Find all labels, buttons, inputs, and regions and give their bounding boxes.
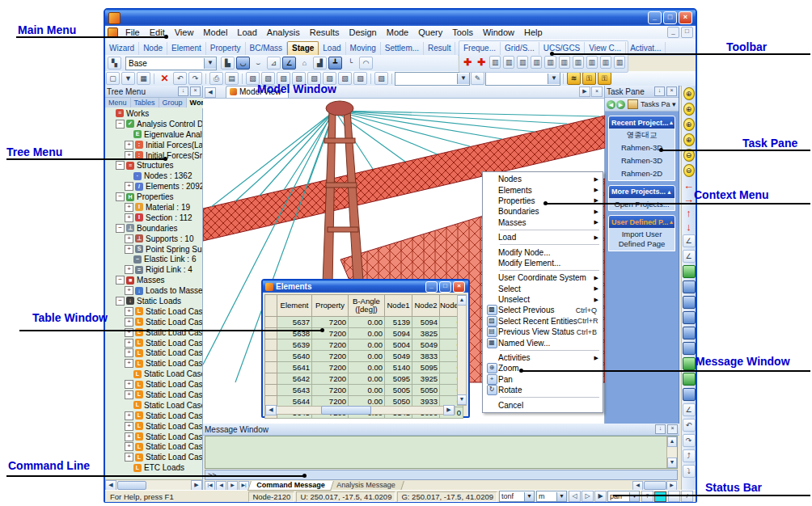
expand-box-icon[interactable]: + [125, 359, 133, 368]
first-tab-icon[interactable]: |◀ [205, 481, 215, 491]
table-cell[interactable]: 5049 [385, 351, 412, 362]
collapse-box-icon[interactable]: − [116, 120, 125, 129]
tree-item-elastic-link-6[interactable]: ~Elastic Link : 6 [105, 254, 202, 264]
context-menu-item-nodes[interactable]: Nodes▶ [484, 174, 602, 184]
close-icon[interactable]: × [666, 86, 677, 96]
chevron-down-icon[interactable]: ▼ [629, 492, 639, 501]
title-bar[interactable]: _ □ × [105, 10, 696, 26]
table-cell[interactable]: 5094 [412, 317, 440, 328]
next-tab-icon[interactable]: ▶ [227, 481, 238, 491]
scroll-right-icon[interactable]: ▶ [666, 481, 677, 491]
zoom-in-icon[interactable]: ⊕ [683, 133, 695, 146]
close-icon[interactable]: × [667, 424, 678, 434]
expand-box-icon[interactable]: + [125, 422, 133, 431]
menu-results[interactable]: Results [305, 27, 345, 38]
stage-view-icon[interactable]: ▟ [313, 57, 327, 70]
rotate-down-icon[interactable]: ⤵ [683, 465, 696, 478]
close-button[interactable]: × [453, 281, 465, 293]
scroll-right-icon[interactable]: ▶ [191, 480, 202, 491]
toolbar-tab-wizard[interactable]: Wizard [105, 42, 139, 55]
table-cell[interactable]: 5642 [277, 373, 312, 385]
scroll-left-icon[interactable]: ◀ [105, 480, 116, 491]
active-node-icon[interactable]: ✚ [462, 56, 473, 69]
collapse-box-icon[interactable]: − [116, 297, 125, 306]
toolbar-tab-settlem[interactable]: Settlem... [381, 42, 424, 55]
pan-left-icon[interactable]: ← [683, 179, 695, 191]
toolbar-tab-property[interactable]: Property [206, 42, 246, 55]
table-cell[interactable]: 5643 [277, 385, 312, 396]
child-restore-button[interactable]: □ [681, 27, 693, 38]
context-menu-item-zoom[interactable]: ⊕Zoom [484, 363, 602, 373]
left-view-icon[interactable] [683, 296, 696, 309]
zoom-fit-icon[interactable]: ⊕ [683, 118, 695, 131]
initial-screen-icon[interactable]: ▥ [614, 56, 625, 69]
named-selection-icon[interactable]: ✎ [471, 72, 484, 85]
context-menu-item-previous-view-status[interactable]: ▤Previous View StatusCtrl+B [484, 327, 602, 337]
expand-box-icon[interactable]: + [125, 141, 133, 150]
active-previous-icon[interactable]: ▥ [517, 56, 528, 69]
tree-item-static-load-case-6-t[interactable]: +LStatic Load Case 6 [t [105, 358, 202, 369]
right-view-icon[interactable] [683, 311, 696, 324]
table-cell[interactable]: 5640 [277, 351, 312, 362]
stage-compose-icon[interactable]: ⊿ [267, 57, 281, 70]
expand-box-icon[interactable]: + [125, 432, 133, 441]
tree-item-static-load-case-8[interactable]: +LStatic Load Case 8 [: [105, 379, 202, 390]
row-handle[interactable] [265, 373, 277, 385]
menu-view[interactable]: View [170, 27, 199, 38]
expand-box-icon[interactable]: + [125, 390, 133, 399]
collapse-box-icon[interactable]: − [116, 192, 125, 201]
context-menu-item-select[interactable]: Select▶ [484, 284, 602, 294]
home-icon[interactable] [628, 99, 638, 109]
unit-last-icon[interactable]: ▶ [594, 491, 607, 502]
undo-icon[interactable]: ↶ [173, 72, 187, 85]
message-tab-analysis-message[interactable]: Analysis Message [328, 481, 404, 491]
delete-icon[interactable]: ✕ [158, 72, 171, 85]
context-menu-item-activities[interactable]: Activities▶ [484, 352, 602, 363]
expand-box-icon[interactable]: + [125, 348, 133, 357]
menu-design[interactable]: Design [344, 27, 381, 38]
perspective-icon[interactable] [683, 342, 696, 355]
tree-item-point-spring-supports[interactable]: +SPoint Spring Supports [105, 244, 202, 255]
expand-box-icon[interactable]: + [125, 307, 133, 316]
toolbar-tab-freque[interactable]: Freque... [459, 42, 501, 55]
active-identity-icon[interactable]: ▥ [489, 56, 501, 69]
context-menu-item-boundaries[interactable]: Boundaries▶ [484, 206, 602, 217]
menu-tools[interactable]: Tools [447, 27, 478, 38]
menu-help[interactable]: Help [519, 27, 548, 38]
select-all-icon[interactable]: ▧ [338, 72, 352, 85]
table-cell[interactable]: 3825 [412, 328, 440, 339]
tab-scroll-left-icon[interactable]: ◀ [205, 87, 216, 98]
lock-model-icon[interactable]: ⚿ [582, 72, 596, 85]
boundary-group-icon[interactable]: ┻ [328, 57, 342, 70]
redo-icon[interactable]: ↷ [188, 72, 202, 85]
table-cell[interactable]: 7200 [312, 339, 349, 351]
tree-item-static-load-case-1-l[interactable]: +LStatic Load Case 1 [l [105, 306, 202, 317]
zoom-pick-icon[interactable]: ▧ [374, 72, 388, 85]
scroll-thumb[interactable] [321, 406, 371, 415]
back-icon[interactable]: ◀ [607, 100, 615, 109]
expand-box-icon[interactable]: + [125, 203, 133, 212]
task-pane-item-import-user-defined-page[interactable]: Import User Defined Page [609, 228, 675, 251]
revert-active-icon[interactable]: ▥ [559, 56, 570, 69]
table-cell[interactable]: 5140 [385, 362, 412, 373]
elements-window-titlebar[interactable]: Elements _ □ × [263, 280, 468, 293]
expand-box-icon[interactable]: + [125, 286, 133, 295]
toolbar-tab-node[interactable]: Node [139, 42, 167, 55]
rotate-up-icon[interactable]: ⤴ [683, 449, 696, 462]
scroll-thumb[interactable] [644, 481, 666, 490]
tree-item-initial-forces-large-d[interactable]: +:Initial Forces(Large D [105, 140, 202, 150]
row-handle[interactable] [265, 362, 277, 373]
tree-item-static-load-case-5-t[interactable]: +LStatic Load Case 5 [t [105, 348, 202, 358]
tree-item-static-load-case-4-t[interactable]: +LStatic Load Case 4 [t [105, 338, 202, 348]
pin-icon[interactable]: ↓ [655, 424, 666, 434]
table-cell[interactable]: 7200 [312, 362, 349, 373]
table-cell[interactable]: 0.00 [349, 351, 385, 362]
table-cell[interactable]: 0.00 [349, 339, 385, 351]
group-combobox[interactable]: ▼ [485, 72, 560, 86]
toolbar-tab-load[interactable]: Load [319, 42, 345, 55]
column-header-node1[interactable]: Node1 [385, 295, 412, 317]
context-menu-item-modify-element[interactable]: Modify Element... [484, 258, 602, 268]
tree-item-elements-2092[interactable]: +/Elements : 2092 [105, 181, 202, 192]
color-swatch[interactable] [654, 491, 666, 502]
display-icon[interactable]: ▥ [586, 56, 598, 69]
